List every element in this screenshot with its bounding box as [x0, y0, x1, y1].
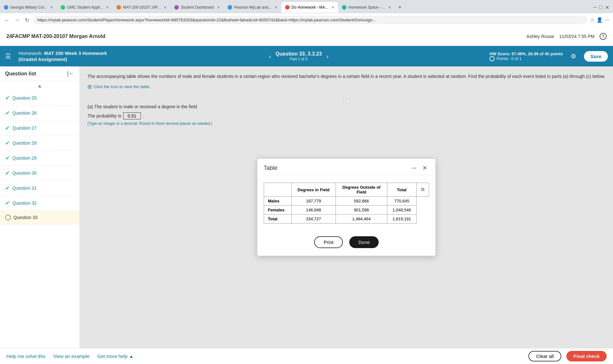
course-title: 24FACMP MAT-200-20107 Morgan Arnold: [6, 34, 105, 39]
table-header-2: Degrees Outside ofField: [336, 183, 387, 197]
question-part: Part 1 of 3: [276, 57, 322, 61]
table-cell-0-3: 770,645: [387, 197, 416, 206]
table-cell-0-0: Males: [264, 197, 291, 206]
browser-tab-tab3[interactable]: MAT-200-20107.24F...✕: [113, 2, 170, 13]
copy-header[interactable]: ⧉: [417, 183, 429, 197]
check-icon: ✔: [5, 200, 10, 207]
points-circle-icon: [489, 56, 495, 61]
print-button[interactable]: Print: [314, 236, 343, 248]
table-cell-1-2: 901,598: [336, 206, 387, 215]
final-check-button[interactable]: Final check: [566, 351, 607, 361]
more-options-icon[interactable]: ⋯: [605, 17, 610, 23]
address-bar-input[interactable]: [33, 16, 587, 24]
modal-overlay: Table ─ ✕ Degrees in FieldDegrees Outsid…: [80, 66, 613, 348]
modal-close-button[interactable]: ✕: [420, 164, 429, 172]
get-more-help-button[interactable]: Get more help ▲: [97, 353, 134, 359]
back-button[interactable]: ←: [3, 16, 11, 24]
question-content-area: The accompanying table shows the numbers…: [80, 66, 613, 348]
check-icon: ✔: [5, 140, 10, 147]
next-question-button[interactable]: ›: [324, 53, 330, 60]
clear-all-button[interactable]: Clear all: [528, 351, 561, 361]
check-icon: ✔: [5, 185, 10, 192]
table-cell-2-1: 334,727: [291, 215, 336, 224]
restore-button[interactable]: □: [599, 4, 602, 10]
check-icon: ✔: [5, 125, 10, 132]
table-cell-0-2: 582,866: [336, 197, 387, 206]
new-tab-button[interactable]: +: [395, 4, 405, 11]
browser-tab-tab1[interactable]: Georgia Military Col...✕: [0, 2, 57, 13]
table-header-0: [264, 183, 291, 197]
help-me-solve-button[interactable]: Help me solve this: [6, 353, 46, 359]
table-row-0: Males187,779582,866770,645: [264, 197, 429, 206]
done-button[interactable]: Done: [349, 236, 379, 248]
table-cell-1-0: Females: [264, 206, 291, 215]
circle-icon: [5, 215, 11, 220]
table-cell-2-2: 1,484,464: [336, 215, 387, 224]
check-icon: ✔: [5, 110, 10, 117]
points-display: Points: 0 of 1: [489, 56, 563, 61]
prev-question-button[interactable]: ‹: [267, 53, 273, 60]
sidebar-item-q28[interactable]: ✔Question 28: [0, 136, 79, 151]
browser-tab-tab4[interactable]: Student Dashboard✕: [170, 2, 223, 13]
table-row-1: Females146,948901,5981,048,546: [264, 206, 429, 215]
sidebar-item-q25[interactable]: ✔Question 25: [0, 91, 79, 106]
date-time: 11/03/24 7:55 PM: [559, 34, 594, 39]
table-cell-2-3: 1,819,191: [387, 215, 416, 224]
sidebar-item-q26[interactable]: ✔Question 26: [0, 106, 79, 121]
browser-tab-tab2[interactable]: GMC Student Appli...✕: [57, 2, 113, 13]
scroll-up-arrow[interactable]: ▲: [37, 83, 42, 89]
table-row-2: Total334,7271,484,4641,819,191: [264, 215, 429, 224]
hw-title: Homework: MAT 200 Week 3 Homework (Grade…: [19, 50, 108, 63]
check-icon: ✔: [5, 170, 10, 177]
data-table: Degrees in FieldDegrees Outside ofFieldT…: [264, 183, 429, 224]
sidebar-item-q32[interactable]: ✔Question 32: [0, 196, 79, 211]
menu-icon[interactable]: ☰: [5, 52, 11, 60]
check-icon: ✔: [5, 155, 10, 162]
reload-button[interactable]: ↻: [24, 16, 30, 24]
check-icon: ✔: [5, 95, 10, 102]
collapse-sidebar-button[interactable]: |←: [67, 70, 74, 77]
sidebar-item-q33[interactable]: Question 33: [0, 211, 79, 224]
sidebar-item-q29[interactable]: ✔Question 29: [0, 151, 79, 166]
table-header-3: Total: [387, 183, 416, 197]
view-example-button[interactable]: View an example: [53, 353, 90, 359]
table-cell-1-3: 1,048,546: [387, 206, 416, 215]
user-name: Ashley Rouse: [526, 34, 554, 39]
sidebar-item-q27[interactable]: ✔Question 27: [0, 121, 79, 136]
modal-title: Table: [264, 165, 277, 171]
help-icon[interactable]: ?: [600, 33, 607, 40]
sidebar-item-q30[interactable]: ✔Question 30: [0, 166, 79, 181]
profile-icon[interactable]: 👤: [596, 17, 603, 23]
table-modal: Table ─ ✕ Degrees in FieldDegrees Outsid…: [257, 158, 436, 256]
browser-tab-tab6[interactable]: Do Homework - MA...✕: [281, 2, 338, 13]
save-button[interactable]: Save: [584, 51, 608, 62]
browser-tab-tab5[interactable]: Pearson MyLab and...✕: [224, 2, 281, 13]
forward-button[interactable]: →: [13, 16, 21, 24]
bookmark-icon[interactable]: ☆: [590, 17, 594, 23]
minimize-button[interactable]: ─: [593, 4, 597, 10]
table-cell-1-1: 146,948: [291, 206, 336, 215]
question-list-sidebar: Question list |← ▲ ✔Question 25✔Question…: [0, 66, 80, 348]
sidebar-title: Question list: [5, 71, 36, 77]
hw-score: HW Score: 67.46%, 26.99 of 40 points: [489, 51, 563, 56]
question-number: Question 33, 3.3.23: [276, 51, 322, 57]
table-header-1: Degrees in Field: [291, 183, 336, 197]
bottom-toolbar: Help me solve this View an example Get m…: [0, 348, 613, 364]
close-button[interactable]: ✕: [605, 4, 609, 11]
modal-minimize-button[interactable]: ─: [410, 164, 418, 172]
browser-tab-tab7[interactable]: Homework Space - ...✕: [338, 2, 395, 13]
table-cell-2-0: Total: [264, 215, 291, 224]
table-cell-0-1: 187,779: [291, 197, 336, 206]
sidebar-item-q31[interactable]: ✔Question 31: [0, 181, 79, 196]
settings-icon[interactable]: ⚙: [571, 52, 576, 60]
